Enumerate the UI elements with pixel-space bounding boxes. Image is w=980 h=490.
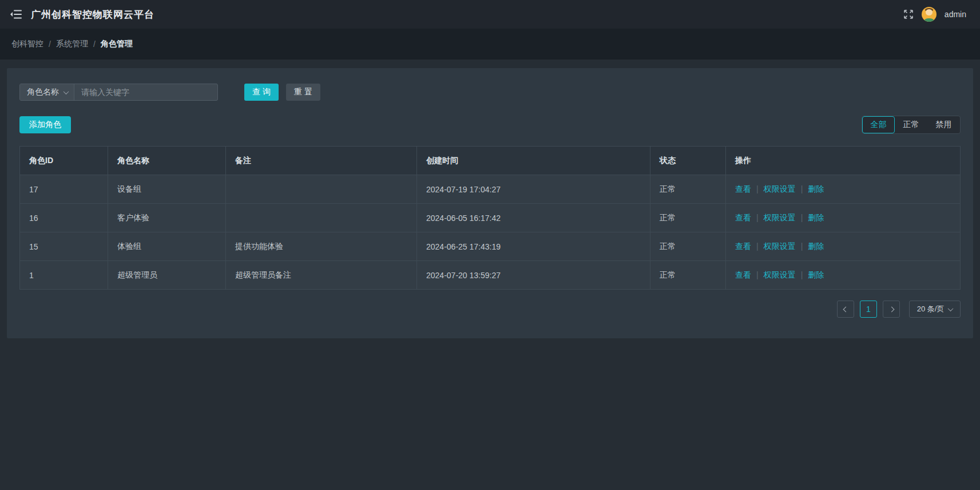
role-table: 角色ID 角色名称 备注 创建时间 状态 操作 17 设备组 2024-07-1…: [19, 146, 961, 290]
action-separator: |: [801, 213, 803, 222]
search-field-group: 角色名称: [19, 84, 218, 101]
action-separator: |: [756, 184, 759, 193]
cell-actions: 查看|权限设置|删除: [726, 232, 961, 261]
cell-status: 正常: [650, 261, 726, 290]
cell-created: 2024-06-25 17:43:19: [417, 232, 650, 261]
breadcrumb: 创科智控 / 系统管理 / 角色管理: [0, 29, 980, 60]
cell-created: 2024-07-19 17:04:27: [417, 175, 650, 204]
page-size-select[interactable]: 20 条/页: [909, 301, 961, 318]
username[interactable]: admin: [945, 10, 966, 19]
table-row: 1 超级管理员 超级管理员备注 2024-07-20 13:59:27 正常 查…: [20, 261, 961, 290]
keyword-input[interactable]: [74, 84, 217, 100]
tab-normal[interactable]: 正常: [895, 116, 927, 133]
header-left: 广州创科智控物联网云平台: [10, 8, 154, 21]
table-row: 15 体验组 提供功能体验 2024-06-25 17:43:19 正常 查看|…: [20, 232, 961, 261]
app-title: 广州创科智控物联网云平台: [31, 8, 154, 21]
search-field-select-value: 角色名称: [27, 87, 59, 97]
avatar-body: [924, 18, 934, 22]
cell-role-id: 16: [20, 204, 108, 232]
chevron-right-icon: [888, 306, 894, 312]
delete-link[interactable]: 删除: [808, 184, 824, 193]
avatar[interactable]: [922, 7, 937, 22]
cell-created: 2024-06-05 16:17:42: [417, 204, 650, 232]
reset-button[interactable]: 重 置: [286, 84, 320, 101]
action-separator: |: [756, 242, 759, 251]
main-content: 角色名称 查 询 重 置 添加角色 全部 正常 禁用 角: [0, 60, 980, 347]
cell-role-id: 15: [20, 232, 108, 261]
table-row: 16 客户体验 2024-06-05 16:17:42 正常 查看|权限设置|删…: [20, 204, 961, 232]
search-button[interactable]: 查 询: [244, 84, 279, 101]
delete-link[interactable]: 删除: [808, 213, 824, 222]
permission-setting-link[interactable]: 权限设置: [764, 242, 796, 251]
chevron-left-icon: [843, 306, 848, 312]
pagination: 1 20 条/页: [19, 301, 961, 318]
cell-remark: [226, 204, 417, 232]
cell-actions: 查看|权限设置|删除: [726, 175, 961, 204]
delete-link[interactable]: 删除: [808, 270, 824, 279]
toolbar-row: 添加角色 全部 正常 禁用: [19, 116, 961, 134]
col-role-name: 角色名称: [108, 147, 226, 175]
col-status: 状态: [650, 147, 726, 175]
action-separator: |: [756, 270, 759, 279]
cell-role-id: 17: [20, 175, 108, 204]
permission-setting-link[interactable]: 权限设置: [764, 184, 796, 193]
role-management-panel: 角色名称 查 询 重 置 添加角色 全部 正常 禁用 角: [7, 68, 973, 338]
cell-role-name: 客户体验: [108, 204, 226, 232]
chevron-down-icon: [948, 306, 954, 311]
view-link[interactable]: 查看: [735, 242, 751, 251]
cell-status: 正常: [650, 175, 726, 204]
action-separator: |: [801, 270, 803, 279]
breadcrumb-separator: /: [49, 39, 51, 49]
cell-actions: 查看|权限设置|删除: [726, 261, 961, 290]
status-filter-tabs: 全部 正常 禁用: [862, 116, 961, 134]
table-row: 17 设备组 2024-07-19 17:04:27 正常 查看|权限设置|删除: [20, 175, 961, 204]
cell-remark: [226, 175, 417, 204]
search-row: 角色名称 查 询 重 置: [19, 84, 961, 101]
view-link[interactable]: 查看: [735, 270, 751, 279]
top-header: 广州创科智控物联网云平台 admin: [0, 0, 980, 29]
breadcrumb-item-home[interactable]: 创科智控: [11, 39, 43, 49]
col-remark: 备注: [226, 147, 417, 175]
cell-status: 正常: [650, 204, 726, 232]
cell-role-name: 设备组: [108, 175, 226, 204]
cell-role-name: 超级管理员: [108, 261, 226, 290]
next-page-button[interactable]: [883, 301, 900, 318]
cell-remark: 提供功能体验: [226, 232, 417, 261]
breadcrumb-separator: /: [93, 39, 96, 49]
tab-disabled[interactable]: 禁用: [927, 116, 960, 133]
tab-all[interactable]: 全部: [862, 116, 895, 133]
cell-remark: 超级管理员备注: [226, 261, 417, 290]
prev-page-button[interactable]: [837, 301, 854, 318]
cell-status: 正常: [650, 232, 726, 261]
breadcrumb-item-system[interactable]: 系统管理: [56, 39, 88, 49]
fullscreen-icon[interactable]: [903, 9, 914, 19]
breadcrumb-item-current: 角色管理: [101, 39, 133, 49]
action-separator: |: [801, 184, 803, 193]
action-separator: |: [801, 242, 803, 251]
search-field-select[interactable]: 角色名称: [20, 84, 74, 100]
chevron-down-icon: [64, 89, 69, 94]
add-role-button[interactable]: 添加角色: [19, 116, 71, 133]
table-header-row: 角色ID 角色名称 备注 创建时间 状态 操作: [20, 147, 961, 175]
page-number-button[interactable]: 1: [860, 301, 877, 318]
page-size-value: 20 条/页: [917, 304, 945, 314]
delete-link[interactable]: 删除: [808, 242, 824, 251]
cell-created: 2024-07-20 13:59:27: [417, 261, 650, 290]
cell-role-name: 体验组: [108, 232, 226, 261]
avatar-face: [926, 9, 933, 15]
action-separator: |: [756, 213, 759, 222]
header-right: admin: [903, 7, 966, 22]
permission-setting-link[interactable]: 权限设置: [764, 270, 796, 279]
permission-setting-link[interactable]: 权限设置: [764, 213, 796, 222]
view-link[interactable]: 查看: [735, 184, 751, 193]
col-created: 创建时间: [417, 147, 650, 175]
menu-fold-icon[interactable]: [10, 9, 22, 19]
cell-actions: 查看|权限设置|删除: [726, 204, 961, 232]
view-link[interactable]: 查看: [735, 213, 751, 222]
col-actions: 操作: [726, 147, 961, 175]
cell-role-id: 1: [20, 261, 108, 290]
col-role-id: 角色ID: [20, 147, 108, 175]
